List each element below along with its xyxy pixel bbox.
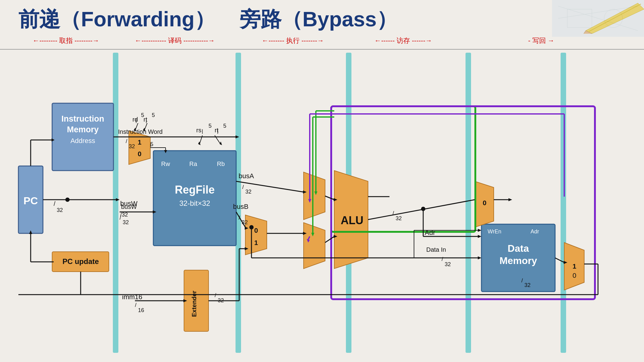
svg-line-56 [135, 123, 138, 131]
stage-bar-5 [561, 53, 566, 353]
mux-rd-rt [129, 131, 150, 164]
svg-text:ALU: ALU [341, 214, 363, 227]
stage-memory: ←------ 访存 ------→ [350, 36, 457, 45]
svg-text:32: 32 [57, 207, 63, 213]
svg-text:Rb: Rb [217, 160, 225, 167]
svg-text:/: / [521, 277, 523, 284]
diagram-svg: PC Instruction Memory Address PC update … [0, 50, 644, 362]
svg-text:5: 5 [209, 123, 212, 129]
svg-marker-82 [303, 190, 307, 194]
svg-text:Instruction: Instruction [61, 114, 104, 123]
svg-text:Adr: Adr [531, 228, 539, 235]
svg-marker-74 [220, 141, 222, 145]
svg-text:Memory: Memory [500, 255, 537, 266]
svg-point-37 [65, 198, 70, 202]
instruction-memory-box [52, 103, 113, 171]
svg-marker-112 [314, 191, 317, 195]
svg-text:32-bit×32: 32-bit×32 [179, 199, 210, 207]
text-overlays [0, 50, 644, 362]
svg-text:Address: Address [71, 137, 95, 145]
svg-text:/: / [135, 302, 136, 308]
alu-box [334, 171, 368, 269]
data-memory-box [481, 224, 555, 292]
svg-text:Adr: Adr [425, 229, 435, 236]
svg-line-86 [236, 212, 245, 227]
svg-line-105 [325, 196, 334, 200]
blueprint-decoration [552, 0, 644, 37]
svg-marker-101 [183, 299, 187, 302]
svg-line-81 [236, 181, 304, 192]
svg-point-123 [421, 207, 425, 211]
svg-marker-128 [478, 235, 481, 238]
svg-text:Instruction Word: Instruction Word [118, 128, 163, 135]
mux-out-0 [475, 181, 494, 227]
svg-text:Memory: Memory [67, 125, 99, 134]
svg-text:32: 32 [242, 219, 248, 225]
svg-text:busA: busA [239, 172, 254, 180]
svg-text:32: 32 [218, 297, 224, 304]
svg-marker-68 [164, 150, 167, 153]
svg-text:rd: rd [132, 116, 138, 123]
svg-line-132 [555, 258, 564, 262]
svg-text:RegFile: RegFile [175, 183, 215, 196]
stage-execute: ←------- 执行 -------→ [236, 36, 350, 45]
svg-text:5: 5 [150, 141, 153, 147]
svg-text:5: 5 [152, 112, 155, 118]
svg-point-87 [249, 225, 254, 229]
svg-marker-133 [564, 261, 567, 264]
svg-line-58 [144, 123, 147, 131]
mux-out-1 [564, 243, 584, 290]
svg-text:/: / [393, 210, 394, 216]
stage-bar-4 [466, 53, 471, 353]
svg-marker-50 [29, 230, 32, 234]
svg-text:/: / [120, 215, 121, 221]
svg-marker-88 [245, 227, 248, 230]
svg-text:rs: rs [196, 127, 201, 134]
green-forward-rect [331, 106, 475, 232]
svg-text:0: 0 [254, 227, 258, 234]
title-area: 前递（Forwarding） 旁路（Bypass） [18, 6, 397, 33]
svg-marker-35 [52, 138, 55, 141]
svg-line-72 [215, 135, 221, 145]
stage-fetch: ←-------- 取指 --------→ [18, 36, 113, 45]
svg-marker-121 [307, 239, 310, 243]
svg-marker-52 [153, 210, 156, 213]
purple-forward-rect [331, 106, 595, 299]
svg-text:5: 5 [141, 112, 144, 118]
svg-text:32: 32 [123, 219, 129, 225]
title-part1: 前递（Forwarding） [18, 6, 215, 33]
svg-text:PC: PC [23, 195, 38, 206]
svg-text:/: / [239, 215, 240, 221]
svg-text:/: / [54, 200, 56, 207]
svg-text:/: / [242, 184, 244, 190]
svg-text:0: 0 [138, 150, 141, 158]
svg-text:32: 32 [396, 215, 402, 221]
stage-writeback: - 写回 → [457, 36, 626, 45]
svg-text:/: / [215, 292, 216, 298]
svg-line-107 [325, 236, 334, 243]
svg-marker-57 [134, 128, 136, 131]
svg-marker-93 [303, 232, 307, 235]
svg-marker-106 [334, 198, 337, 201]
svg-text:PC update: PC update [63, 257, 99, 266]
svg-text:busB: busB [233, 203, 248, 210]
svg-text:busW: busW [121, 203, 137, 210]
stage-bar-1 [113, 53, 118, 353]
svg-text:rt: rt [215, 127, 219, 134]
pc-box [18, 166, 43, 233]
regfile-box [153, 151, 236, 246]
svg-text:/: / [442, 256, 443, 262]
svg-marker-97 [245, 247, 248, 250]
svg-text:rt: rt [144, 116, 148, 123]
svg-text:32: 32 [129, 143, 135, 149]
svg-marker-40 [116, 198, 120, 201]
svg-text:Data In: Data In [426, 246, 446, 253]
svg-text:1: 1 [254, 239, 258, 247]
svg-text:/32: /32 [120, 212, 128, 218]
svg-text:1: 1 [138, 138, 141, 146]
svg-text:Extender: Extender [191, 291, 197, 317]
svg-text:Rw: Rw [161, 160, 170, 167]
svg-text:32: 32 [245, 189, 251, 195]
svg-marker-115 [311, 233, 314, 236]
svg-text:busW: busW [120, 200, 137, 207]
